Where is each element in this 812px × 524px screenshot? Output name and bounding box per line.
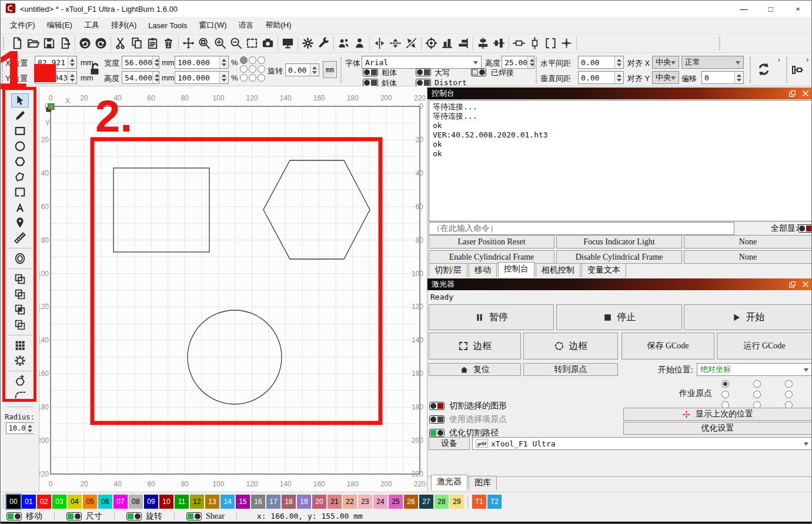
lock-aspect-icon[interactable] [88,62,103,77]
new-file-icon[interactable] [9,35,25,51]
laser-head-icon[interactable] [791,63,805,77]
color-swatch-28[interactable]: 28 [435,495,449,509]
anchor-point-0[interactable] [240,56,248,64]
anchor-point-2[interactable] [258,56,265,64]
distort-toggle[interactable] [416,79,431,87]
color-swatch-14[interactable]: 14 [220,495,235,509]
job-origin-radio-4[interactable] [753,391,761,398]
dock-tab-3[interactable]: 相机控制 [536,263,580,277]
save-gcode-button[interactable]: 保存 GCode [621,332,714,360]
maximize-button[interactable]: □ [757,1,784,17]
width-percent-input[interactable]: 100.000 [175,56,229,69]
position-laser-tool[interactable] [11,216,29,230]
laser-dock-titlebar[interactable]: 激光器 [427,278,812,290]
draw-lines-tool[interactable] [11,109,29,123]
toolbar-grip[interactable] [786,57,790,83]
color-swatch-03[interactable]: 03 [52,495,66,509]
align-y-select[interactable]: 中央 [652,71,679,84]
flip-vertical-icon[interactable] [387,35,403,51]
text-tool[interactable] [11,200,29,214]
close-button[interactable]: × [784,1,811,17]
refresh-text-icon[interactable] [756,61,772,78]
select-tool[interactable] [11,93,29,108]
dock-collapse-icon[interactable] [543,35,559,51]
font-height-input[interactable]: 25.00 [502,56,534,69]
color-swatch-04[interactable]: 04 [68,495,82,509]
polygon-tool[interactable] [11,154,29,169]
optimize-toggle[interactable] [429,429,445,437]
color-swatch-17[interactable]: 17 [266,495,280,509]
rectangle-tool[interactable] [11,124,29,138]
color-swatch-18[interactable]: 18 [282,495,296,509]
bold-toggle[interactable] [363,68,378,76]
use-selection-origin-toggle[interactable] [429,415,445,424]
welded-toggle[interactable] [471,68,486,76]
bottom-tab-0[interactable]: 激光器 [431,475,467,490]
frame-rect-button[interactable]: 边框 [429,332,521,360]
color-swatch-25[interactable]: 25 [389,495,403,509]
radius-input[interactable]: 10.0 [6,422,34,434]
toolbar-grip[interactable] [719,37,723,50]
float-panel-icon[interactable] [788,281,796,288]
dock-tab-0[interactable]: 切割/层 [429,263,467,277]
home-button[interactable]: 复位 [429,363,521,376]
measure-tool[interactable] [11,231,29,245]
boolean-union-tool[interactable] [11,272,29,286]
console-dock-titlebar[interactable]: 控制台 [427,88,812,99]
console-output[interactable]: 等待连接...等待连接...okVER:40.52.008.2020.01.ht… [429,100,812,221]
status-toggle-2[interactable] [126,512,142,520]
text-style-select[interactable]: 正常 [681,56,744,69]
delete-icon[interactable] [161,35,176,51]
apply-path-to-shape-tool[interactable] [11,374,29,388]
goto-origin-button[interactable]: 转到原点 [523,363,618,376]
menu-item-6[interactable]: 语言 [232,18,259,33]
cut-icon[interactable] [113,35,129,51]
group-selection-icon[interactable] [336,35,352,51]
color-swatch-05[interactable]: 05 [83,495,97,509]
color-swatch-07[interactable]: 07 [113,495,128,509]
paste-icon[interactable] [145,35,161,51]
color-swatch-13[interactable]: 13 [205,495,219,509]
color-swatch-11[interactable]: 11 [175,495,189,509]
start-from-select[interactable]: 绝对坐标 [697,363,812,376]
save-file-icon[interactable] [41,35,57,51]
menu-item-1[interactable]: 编辑(E) [41,18,78,33]
menu-item-7[interactable]: 帮助(H) [259,18,297,33]
cut-selected-toggle[interactable] [429,402,445,410]
color-swatch-00[interactable]: 00 [6,495,21,509]
boolean-subtract-tool[interactable] [11,287,29,301]
hspace-input[interactable]: 0.00 [578,56,624,69]
stop-button[interactable]: 停止 [556,304,682,330]
device-select[interactable]: grbl xTool_F1 Ultra [472,437,812,450]
color-swatch-08[interactable]: 08 [129,495,143,509]
uppercase-toggle[interactable] [416,68,431,76]
status-toggle-1[interactable] [66,512,82,520]
frame-selection-icon[interactable] [244,35,260,51]
copy-icon[interactable] [129,35,145,51]
dock-tab-2[interactable]: 控制台 [498,262,534,277]
toolbar-grip[interactable] [340,57,344,83]
anchor-point-4[interactable] [249,65,256,73]
color-swatch-15[interactable]: 15 [236,495,250,509]
job-origin-radio-1[interactable] [753,380,761,388]
edit-shape-tool[interactable] [11,185,29,199]
vspace-input[interactable]: 0.00 [578,71,624,84]
settings-icon[interactable] [300,35,316,51]
color-swatch-T2[interactable]: T2 [487,495,502,509]
nine-point-anchor[interactable] [240,56,265,82]
color-swatch-19[interactable]: 19 [297,495,311,509]
height-percent-input[interactable]: 100.000 [175,71,229,84]
pan-view-icon[interactable] [181,35,196,51]
frame-circle-button[interactable]: 边框 [523,332,618,360]
zoom-in-icon[interactable] [212,35,228,51]
job-origin-radio-2[interactable] [785,380,793,388]
offset-shapes-tool[interactable] [11,251,29,266]
toolbar-grip[interactable] [750,57,753,83]
canvas-area[interactable]: 0000202020204040404060606060808080801001… [39,86,427,492]
color-swatch-20[interactable]: 20 [312,495,326,509]
mirror-across-line-icon[interactable] [403,35,419,51]
grid-array-tool[interactable] [11,338,29,352]
pause-button[interactable]: 暂停 [429,304,554,330]
dock-tab-1[interactable]: 移动 [469,263,497,277]
start-button[interactable]: 开始 [684,304,812,330]
